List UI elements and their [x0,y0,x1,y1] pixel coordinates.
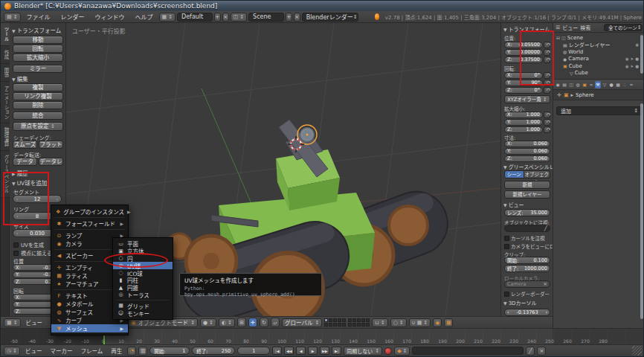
lock-dropdown[interactable]: ⊔↕ [372,318,387,327]
renderability-icon[interactable]: ● [635,64,639,68]
add-scene-button[interactable]: + [286,13,292,22]
add-modifier-dropdown[interactable]: 追加↕ [556,106,643,115]
object-data-tab-icon[interactable]: ▽ [602,81,608,89]
timeline-editor-dropdown[interactable]: ◷↕ [4,347,20,356]
menu-item-ico-sphere[interactable]: ◌ICO球 [113,269,173,277]
decrement-arrow-icon[interactable]: ‹ [16,231,18,236]
align-to-view-checkbox[interactable]: 視点に揃える [13,249,52,257]
scene-icon-dropdown[interactable]: ◫↕ [231,13,248,22]
transform-panel-header[interactable]: ▼トランスフォーム [503,25,550,33]
outliner-view-menu[interactable]: ビュー [562,24,578,31]
menu-item-circle[interactable]: ○円 [113,255,173,263]
layout-icon-dropdown[interactable]: ▦↕ [159,13,176,22]
tab-create[interactable]: 作成 [1,46,10,64]
add-uv-sphere-panel-header[interactable]: ▼UV球を追加 [12,178,47,187]
frame-start-field[interactable]: 開始:1 [149,347,190,355]
sync-dropdown[interactable]: 同期しない↕ [344,347,382,356]
rotate-button[interactable]: 回転 [13,45,63,53]
close-layout-button[interactable]: × [222,13,229,22]
lock-icon[interactable] [544,119,550,126]
menu-render[interactable]: レンダー [57,13,89,21]
render-layers-tab-icon[interactable]: ▤ [561,81,567,89]
renderability-icon[interactable]: ● [635,57,639,61]
lens-field[interactable]: レンズ:35.000 [504,209,550,216]
location-field[interactable]: X:-0.05500 [504,42,543,48]
lock-object-field[interactable]: ╱ [504,225,550,232]
menu-item-cube[interactable]: ▣立方体 [113,248,173,255]
menu-item-force-field[interactable]: ✱フォースフィールド▶ [51,219,128,228]
scale-field[interactable]: X:1.000 [504,112,543,118]
decrement-arrow-icon[interactable]: ‹ [507,309,509,315]
selectability-icon[interactable]: ➤ [631,64,634,68]
tab-relations[interactable]: 関係 [1,64,10,82]
constraints-tab-icon[interactable]: ∞ [588,81,594,89]
opengl-render-icon[interactable]: ◉ [433,318,442,327]
location-field[interactable]: Z:0.37500 [504,57,543,63]
clip-start-field[interactable]: 開始:0.100 [504,257,550,264]
lock-icon[interactable] [544,112,550,118]
world-tab-icon[interactable]: ◍ [575,81,581,89]
preview-range-icon[interactable]: ◔ [127,347,136,356]
scale-manipulator-icon[interactable]: ▱ [271,318,280,327]
outliner-row-scene[interactable]: ⊟◫Scene [553,34,644,42]
object-tab-icon[interactable]: ▣ [582,81,587,89]
menu-window[interactable]: ウィンドウ [91,13,129,21]
duplicate-linked-button[interactable]: リンク複製 [13,92,63,100]
selectability-icon[interactable]: ➤ [631,57,634,61]
lock-icon[interactable] [544,49,550,56]
lock-icon[interactable] [544,57,550,63]
gp-source-scene-toggle[interactable]: シーン [504,170,524,178]
proportional-edit-dropdown[interactable]: ○↕ [390,318,407,327]
lock-camera-to-view-checkbox[interactable]: カメラをビューにロ... [504,242,553,250]
tab-grease-pencil[interactable]: グリースペンシル [1,151,10,198]
menu-item-group-instance[interactable]: ❖グループのインスタンス▶ [51,208,128,216]
close-icon[interactable]: × [543,281,547,287]
layer-buttons-group2[interactable] [348,318,370,327]
render-border-checkbox[interactable]: レンダーボーダー [504,290,550,298]
eyedropper-icon[interactable]: ╱ [544,225,547,231]
expand-icon[interactable]: ⊟ [556,35,560,40]
lock-icon[interactable] [544,87,550,94]
clear-keying-set-button[interactable]: × [537,347,546,356]
outliner-scrollbar[interactable] [640,35,643,74]
layer-buttons-group1[interactable] [324,318,346,327]
lock-icon[interactable] [544,126,550,133]
corner-resize-grip[interactable] [632,346,642,356]
play-reverse-button[interactable]: ◀ [296,347,306,355]
gp-source-object-toggle[interactable]: オブジェクト [524,170,550,178]
grease-pencil-panel-header[interactable]: ▼グリースペンシルレイ [503,163,553,170]
outliner-editor-icon[interactable]: ☰ [556,25,560,30]
rotate-manipulator-icon[interactable]: ↻ [260,318,268,327]
menu-item-torus[interactable]: ◎トーラス [113,292,173,299]
lock-icon[interactable] [544,80,550,86]
tab-physics[interactable]: 物理演算 [1,123,10,151]
visibility-eye-icon[interactable]: ◉ [625,64,629,68]
timeline-frame-menu[interactable]: フレーム [77,347,106,355]
timeline-marker-menu[interactable]: マーカー [47,347,75,355]
mirror-button[interactable]: ミラー [13,65,63,73]
dimension-field[interactable]: X:0.060 [504,141,550,147]
scene-selector[interactable]: Scene [248,13,284,22]
layout-selector[interactable]: Default [177,13,213,22]
rotation-field[interactable]: X:0° [504,72,543,79]
join-button[interactable]: 統合 [13,112,63,120]
outliner-search-menu[interactable]: 検索 [580,24,590,31]
manipulator-toggle[interactable]: ⊞ [237,318,246,327]
cursor-x-field[interactable]: ‹-0.13763› [504,309,550,316]
tab-animation[interactable]: アニメーション [1,82,10,124]
close-scene-button[interactable]: × [294,13,300,22]
duplicate-button[interactable]: 複製 [13,83,63,91]
viewport-editor-dropdown[interactable]: ▦↕ [4,318,21,327]
dimension-field[interactable]: Z:0.060 [504,155,550,162]
menu-help[interactable]: ヘルプ [131,13,158,21]
increment-arrow-icon[interactable]: › [57,196,58,202]
view-panel-header[interactable]: ▼ビュー [503,201,524,208]
lock-icon[interactable] [544,72,550,79]
tab-tools[interactable]: ツール [1,23,10,46]
pin-icon[interactable]: ✛ [557,92,561,98]
keying-set-dropdown[interactable]: ◆↕ [394,347,410,356]
increment-arrow-icon[interactable]: › [545,309,547,315]
generate-uvs-checkbox[interactable]: UVを生成 [13,241,44,248]
menu-item-mesh[interactable]: ▼メッシュ▶ [51,324,128,332]
cursor-3d-panel-header[interactable]: ▼3Dカーソル [503,299,536,306]
